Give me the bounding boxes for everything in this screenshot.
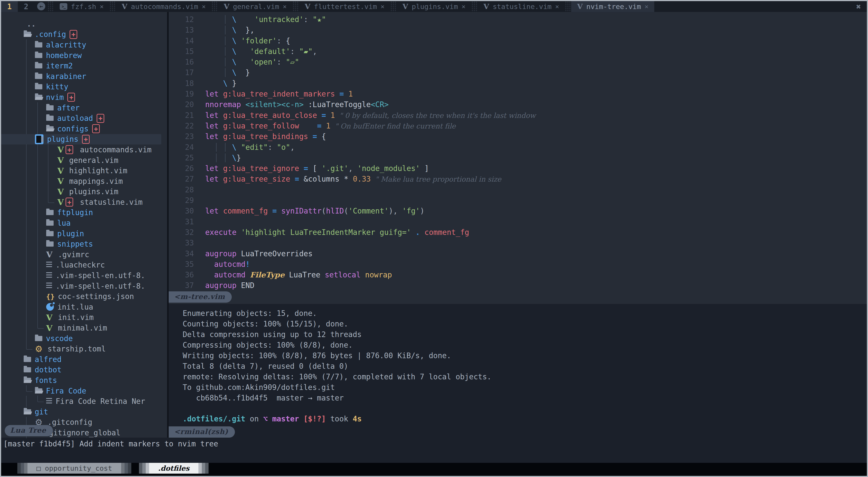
tree-item--gvimrc[interactable]: V.gvimrc xyxy=(1,249,167,260)
tree-item-ftplugin[interactable]: ftplugin xyxy=(1,207,167,218)
code-line[interactable]: 34augroup LuaTreeOverrides xyxy=(169,248,867,259)
vim-file-icon: V xyxy=(57,156,66,165)
tree-item-coc-settings-json[interactable]: {}coc-settings.json xyxy=(1,291,167,302)
tab-general.vim[interactable]: Vgeneral.vim× xyxy=(218,1,292,12)
tab-close-icon[interactable]: × xyxy=(462,3,465,10)
code-line[interactable]: 17 │ \ } xyxy=(169,67,867,78)
close-all-icon[interactable]: ✖ xyxy=(856,2,867,11)
tree-item-iterm2[interactable]: iterm2 xyxy=(1,61,167,71)
tab-close-icon[interactable]: × xyxy=(202,3,206,10)
tree-item-karabiner[interactable]: karabiner xyxy=(1,71,167,82)
tree-item-autoload[interactable]: autoload+ xyxy=(1,113,167,124)
tree-item-alacritty[interactable]: alacritty xyxy=(1,40,167,50)
tree-item-autocommands-vim[interactable]: V+autocommands.vim xyxy=(1,144,167,155)
tree-item-homebrew[interactable]: homebrew xyxy=(1,50,167,61)
gradient-stripe xyxy=(17,463,21,474)
tab-close-icon[interactable]: × xyxy=(100,3,103,10)
code-line[interactable]: 12 │ \ 'untracked': "★" xyxy=(169,14,867,25)
tree-item-fonts[interactable]: fonts xyxy=(1,375,167,386)
tab-statusline.vim[interactable]: Vstatusline.vim× xyxy=(478,1,565,12)
tree-item-alfred[interactable]: alfred xyxy=(1,354,167,365)
tree-item-kitty[interactable]: kitty xyxy=(1,82,167,92)
code-line[interactable]: 37augroup END xyxy=(169,280,867,291)
code-line[interactable]: 16 │ \ 'open': "▱" xyxy=(169,57,867,67)
tree-item-lua[interactable]: lua xyxy=(1,218,167,228)
code-line[interactable]: 29 xyxy=(169,195,867,206)
code-line[interactable]: 20nnoremap <silent><c-n> :LuaTreeToggle<… xyxy=(169,99,867,110)
line-number: 37 xyxy=(169,280,194,291)
tree-item-statusline-vim[interactable]: V+statusline.vim xyxy=(1,197,167,207)
tree-item-starship-toml[interactable]: ⚙starship.toml xyxy=(1,344,167,354)
tab-number-1[interactable]: 1 xyxy=(1,1,18,12)
code-token: g:lua_tree_auto_close xyxy=(223,111,317,120)
tree-item-plugins-vim[interactable]: Vplugins.vim xyxy=(1,186,167,197)
tab-close-icon[interactable]: × xyxy=(645,3,648,10)
code-line[interactable]: 30let comment_fg = synIDattr(hlID('Comme… xyxy=(169,206,867,216)
tree-item-plugins[interactable]: plugins+ xyxy=(1,134,161,145)
code-line[interactable]: 28 xyxy=(169,184,867,195)
code-token: │ xyxy=(223,68,227,77)
tab-plugins.vim[interactable]: Vplugins.vim× xyxy=(397,1,471,12)
code-line[interactable]: 25 │ │ \} xyxy=(169,152,867,163)
tree-item-nvim[interactable]: nvim+ xyxy=(1,92,167,103)
pane-separator[interactable] xyxy=(167,12,169,438)
code-line[interactable]: 31 xyxy=(169,216,867,227)
code-line[interactable]: 14 │ \ 'folder': { xyxy=(169,36,867,46)
tree-item--vim-spell-en-utf-8-[interactable]: .vim-spell-en.utf-8. xyxy=(1,281,167,292)
code-line[interactable]: 23let g:lua_tree_bindings = { xyxy=(169,131,867,142)
code-line[interactable]: 27let g:lua_tree_size = &columns * 0.33 … xyxy=(169,174,867,184)
tree-item-vscode[interactable]: vscode xyxy=(1,333,167,344)
tab-close-icon[interactable]: × xyxy=(555,3,559,10)
code-line[interactable]: 24 │ │ \ "edit": "o", xyxy=(169,142,867,152)
tree-item-configs[interactable]: configs+ xyxy=(1,124,167,134)
prompt-cursor-line[interactable]: ❯ xyxy=(183,424,867,435)
tab-number-2[interactable]: 2 xyxy=(18,1,34,12)
tab-autocommands.vim[interactable]: Vautocommands.vim× xyxy=(116,1,212,12)
code-line[interactable]: 26let g:lua_tree_ignore = [ '.git', 'nod… xyxy=(169,163,867,174)
tree-item-label: .config xyxy=(35,30,66,39)
tmux-window-opportunity-cost[interactable]: □ opportunity_cost xyxy=(28,463,121,474)
tree-item-plugin[interactable]: plugin xyxy=(1,228,167,239)
tab-nvim-tree.vim[interactable]: Vnvim-tree.vim× xyxy=(571,1,654,12)
tree-item-init-lua[interactable]: init.lua xyxy=(1,302,167,312)
tree-item-after[interactable]: after xyxy=(1,103,167,113)
tab-fluttertest.vim[interactable]: Vfluttertest.vim× xyxy=(299,1,390,12)
tree-item-git[interactable]: git xyxy=(1,407,167,417)
code-line[interactable]: 15 │ \ 'default': "▰", xyxy=(169,46,867,57)
tmux-window-dotfiles[interactable]: .dotfiles xyxy=(149,463,198,474)
code-line[interactable]: 32execute 'highlight LuaTreeIndentMarker… xyxy=(169,227,867,238)
tree-item-mappings-vim[interactable]: Vmappings.vim xyxy=(1,176,167,186)
code-line[interactable]: 36 autocmd FileType LuaTree setlocal now… xyxy=(169,270,867,280)
code-token xyxy=(205,260,214,269)
code-line[interactable]: 33 xyxy=(169,238,867,248)
code-line[interactable]: 18 \ } xyxy=(169,78,867,89)
tree-item-fira-code-retina-ner[interactable]: Fira Code Retina Ner xyxy=(1,396,167,407)
tab-close-icon[interactable]: × xyxy=(283,3,287,10)
tab-separator-pattern xyxy=(292,1,299,12)
terminal-pane[interactable]: Enumerating objects: 15, done.Counting o… xyxy=(169,304,867,438)
tree-item-snippets[interactable]: snippets xyxy=(1,239,167,249)
editor-winbar: <m-tree.vim xyxy=(169,291,867,304)
code-line[interactable]: 21let g:lua_tree_auto_close = 1 " 0 by d… xyxy=(169,110,867,121)
code-line[interactable]: 19let g:lua_tree_indent_markers = 1 xyxy=(169,89,867,99)
tree-item--luacheckrc[interactable]: .luacheckrc xyxy=(1,260,167,270)
code-token xyxy=(268,207,272,215)
tab-fzf.sh[interactable]: >_fzf.sh× xyxy=(54,1,110,12)
tab-close-icon[interactable]: × xyxy=(381,3,384,10)
line-number: 26 xyxy=(169,163,194,174)
tree-item--vim-spell-en-utf-8-[interactable]: .vim-spell-en.utf-8. xyxy=(1,270,167,281)
tree-item--[interactable]: .. xyxy=(1,19,167,29)
code-editor[interactable]: 12 │ \ 'untracked': "★"13 │ \ },14 │ \ '… xyxy=(169,12,867,291)
terminal-line: Total 8 (delta 7), reused 0 (delta 0) xyxy=(183,361,867,372)
tree-item--config[interactable]: .config+ xyxy=(1,29,167,40)
code-line[interactable]: 35 autocmd! xyxy=(169,259,867,270)
tree-item-dotbot[interactable]: dotbot xyxy=(1,365,167,375)
code-line[interactable]: 22let g:lua_tree_follow = 1 " On bufEnte… xyxy=(169,121,867,131)
code-line[interactable]: 13 │ \ }, xyxy=(169,25,867,35)
tree-item-highlight-vim[interactable]: Vhighlight.vim xyxy=(1,165,167,176)
tree-item-fira-code[interactable]: Fira Code xyxy=(1,386,167,396)
tree-item-general-vim[interactable]: Vgeneral.vim xyxy=(1,155,167,166)
tree-item-init-vim[interactable]: Vinit.vim xyxy=(1,312,167,323)
tree-item-minimal-vim[interactable]: Vminimal.vim xyxy=(1,322,167,333)
history-back-icon[interactable]: ← xyxy=(37,2,45,10)
